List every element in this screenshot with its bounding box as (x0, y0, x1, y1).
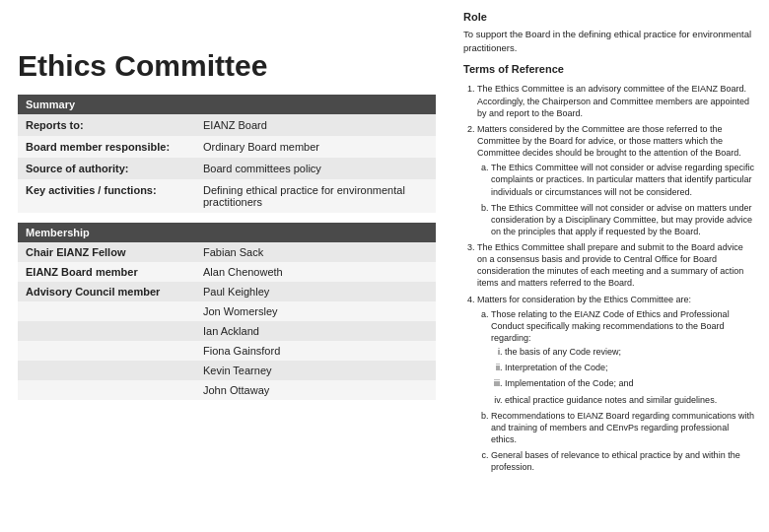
tor-item: The Ethics Committee shall prepare and s… (477, 241, 755, 290)
member-value: Fabian Sack (195, 242, 436, 262)
member-row: Fiona Gainsford (18, 341, 436, 361)
info-label: Reports to: (18, 114, 195, 136)
right-panel: Role To support the Board in the definin… (454, 0, 769, 532)
info-value: Defining ethical practice for environmen… (195, 179, 436, 213)
tor-item: Matters considered by the Committee are … (477, 123, 755, 237)
tor-sub-item: The Ethics Committee will not consider o… (491, 162, 755, 197)
tor-sub-item: The Ethics Committee will not consider o… (491, 202, 755, 237)
member-label (18, 341, 195, 361)
member-value: John Ottaway (195, 380, 436, 400)
member-value: Ian Ackland (195, 321, 436, 341)
info-value: Ordinary Board member (195, 136, 436, 158)
membership-header: Membership (18, 223, 436, 242)
tor-roman-item: Implementation of the Code; and (505, 377, 755, 389)
summary-header: Summary (18, 95, 436, 114)
member-value: Fiona Gainsford (195, 341, 436, 361)
tor-sub-item: Recommendations to EIANZ Board regarding… (491, 410, 755, 445)
member-label (18, 321, 195, 341)
role-label: Role (463, 10, 755, 25)
info-row: Key activities / functions:Defining ethi… (18, 179, 436, 213)
member-row: Advisory Council memberPaul Keighley (18, 282, 436, 301)
member-value: Alan Chenoweth (195, 262, 436, 282)
role-desc: To support the Board in the defining eth… (463, 28, 755, 54)
member-table: Chair EIANZ FellowFabian SackEIANZ Board… (18, 242, 436, 400)
info-row: Reports to:EIANZ Board (18, 114, 436, 136)
member-label: EIANZ Board member (18, 262, 195, 282)
member-value: Jon Womersley (195, 301, 436, 321)
info-row: Board member responsible:Ordinary Board … (18, 136, 436, 158)
tor-list: The Ethics Committee is an advisory comm… (463, 83, 755, 473)
member-value: Kevin Tearney (195, 361, 436, 380)
info-table: Reports to:EIANZ BoardBoard member respo… (18, 114, 436, 213)
member-label (18, 301, 195, 321)
left-panel: Ethics Committee Summary Reports to:EIAN… (0, 0, 454, 532)
info-label: Source of authority: (18, 158, 195, 179)
member-row: Kevin Tearney (18, 361, 436, 380)
tor-roman-item: the basis of any Code review; (505, 346, 755, 358)
member-value: Paul Keighley (195, 282, 436, 301)
tor-title: Terms of Reference (463, 62, 755, 77)
tor-sub-item: Those relating to the EIANZ Code of Ethi… (491, 308, 755, 406)
info-label: Key activities / functions: (18, 179, 195, 213)
tor-roman-item: ethical practice guidance notes and simi… (505, 394, 755, 406)
tor-item: Matters for consideration by the Ethics … (477, 294, 755, 474)
member-label (18, 380, 195, 400)
member-row: EIANZ Board memberAlan Chenoweth (18, 262, 436, 282)
member-row: Ian Ackland (18, 321, 436, 341)
info-value: Board committees policy (195, 158, 436, 179)
tor-roman-item: Interpretation of the Code; (505, 362, 755, 373)
member-row: Chair EIANZ FellowFabian Sack (18, 242, 436, 262)
info-label: Board member responsible: (18, 136, 195, 158)
tor-item: The Ethics Committee is an advisory comm… (477, 83, 755, 118)
member-label (18, 361, 195, 380)
tor-sub-item: General bases of relevance to ethical pr… (491, 449, 755, 473)
member-row: John Ottaway (18, 380, 436, 400)
member-label: Advisory Council member (18, 282, 195, 301)
page-title: Ethics Committee (18, 49, 436, 83)
info-value: EIANZ Board (195, 114, 436, 136)
member-label: Chair EIANZ Fellow (18, 242, 195, 262)
member-row: Jon Womersley (18, 301, 436, 321)
info-row: Source of authority:Board committees pol… (18, 158, 436, 179)
